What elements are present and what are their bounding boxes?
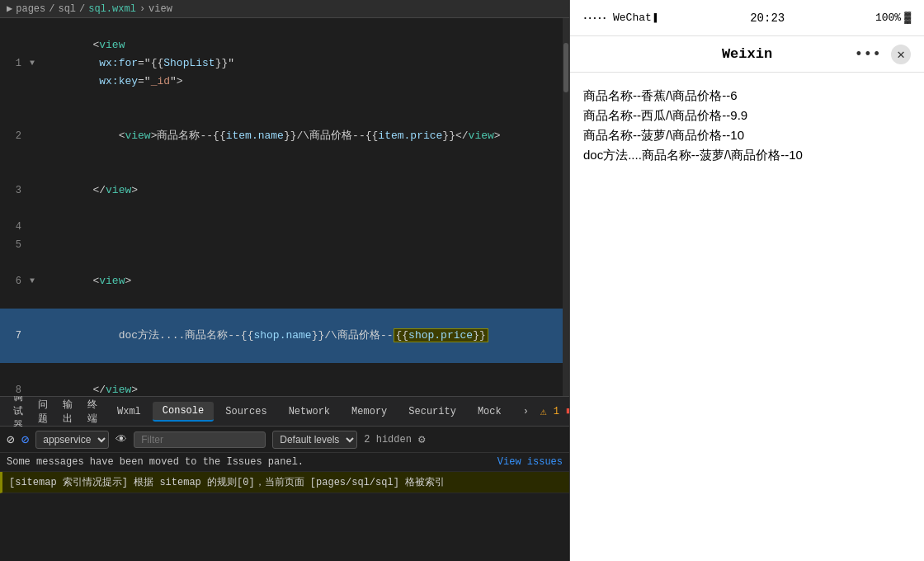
line-arrow-6[interactable]: ▼	[30, 272, 41, 290]
view-issues-link[interactable]: View issues	[497, 456, 563, 468]
terminal-tab[interactable]: 终端	[81, 398, 104, 426]
line-number-2: 2	[0, 127, 30, 145]
tab-memory[interactable]: Memory	[342, 403, 397, 421]
line-content-7: doc方法....商品名称--{{shop.name}}/\商品价格--{{sh…	[41, 309, 569, 363]
battery-percent: 100%	[875, 12, 901, 24]
phone-content: 商品名称--香蕉/\商品价格--6 商品名称--西瓜/\商品价格--9.9 商品…	[570, 73, 924, 561]
breadcrumb-pages: pages	[16, 3, 45, 15]
line-number-3: 3	[0, 182, 30, 200]
line-content-2: <view>商品名称--{{item.name}}/\商品价格--{{item.…	[41, 109, 569, 163]
console-output: Some messages have been moved to the Iss…	[0, 453, 569, 561]
code-line-4: 4	[0, 218, 569, 236]
status-bar-left: ••••• WeChat ▌	[583, 12, 659, 24]
issues-tab[interactable]: 问题	[31, 398, 54, 426]
gear-icon[interactable]: ⚙	[418, 432, 425, 446]
bottom-tabs-bar: 调试器 问题 输出 终端 Wxml Console Sources Networ…	[0, 397, 569, 427]
warning-icon: ⚠	[540, 405, 547, 418]
console-message-2: [sitemap 索引情况提示] 根据 sitemap 的规则[0]，当前页面 …	[0, 472, 569, 493]
bottom-panel: 调试器 问题 输出 终端 Wxml Console Sources Networ…	[0, 396, 569, 561]
console-toolbar: ⊘ ⊘ appservice 👁 Default levels 2 hidden…	[0, 427, 569, 453]
line-content-6: <view>	[41, 254, 569, 309]
carrier-name: WeChat	[613, 12, 652, 24]
block-icon[interactable]: ⊘	[21, 431, 30, 448]
eye-icon[interactable]: 👁	[116, 433, 127, 446]
nav-menu-icon[interactable]: •••	[855, 46, 881, 63]
code-line-8: 8 </view>	[0, 363, 569, 396]
tab-mock[interactable]: Mock	[468, 403, 512, 421]
service-select[interactable]: appservice	[35, 431, 109, 449]
tab-security[interactable]: Security	[398, 403, 466, 421]
line-number-5: 5	[0, 236, 30, 254]
phone-nav-bar: Weixin ••• ✕	[570, 36, 924, 73]
tab-sources[interactable]: Sources	[215, 403, 276, 421]
code-editor-panel: ▶ pages / sql / sql.wxml › view 1 ▼ <vie…	[0, 0, 569, 561]
line-arrow-1[interactable]: ▼	[30, 54, 41, 73]
nav-icons-right: ••• ✕	[855, 45, 911, 64]
code-line-1: 1 ▼ <view wx:for="{{ShopList}}" wx:key="…	[0, 18, 569, 109]
code-line-6: 6 ▼ <view>	[0, 254, 569, 309]
tab-network[interactable]: Network	[279, 403, 340, 421]
console-message-1: Some messages have been moved to the Iss…	[0, 453, 569, 472]
code-area[interactable]: 1 ▼ <view wx:for="{{ShopList}}" wx:key="…	[0, 18, 569, 396]
line-number-1: 1	[0, 54, 30, 73]
breadcrumb-file: sql.wxml	[88, 3, 136, 15]
default-levels-select[interactable]: Default levels	[272, 431, 357, 449]
tab-wxml[interactable]: Wxml	[107, 403, 151, 421]
breadcrumb-sep2: /	[79, 3, 85, 15]
console-message-text-2: [sitemap 索引情况提示] 根据 sitemap 的规则[0]，当前页面 …	[9, 475, 563, 489]
output-tab[interactable]: 输出	[56, 398, 79, 426]
phone-line-2: 商品名称--西瓜/\商品价格--9.9	[583, 106, 911, 125]
line-number-4: 4	[0, 218, 30, 236]
line-number-7: 7	[0, 327, 30, 345]
console-message-text-1: Some messages have been moved to the Iss…	[7, 456, 497, 468]
signal-icon: ▌	[654, 13, 660, 23]
phone-line-3: 商品名称--菠萝/\商品价格--10	[583, 125, 911, 145]
status-bar-time: 20:23	[750, 12, 785, 25]
filter-input[interactable]	[134, 431, 266, 448]
line-content-3: </view>	[41, 163, 569, 218]
hidden-badge: 2 hidden	[364, 434, 412, 446]
line-content-8: </view>	[41, 363, 569, 396]
breadcrumb-sep1: /	[49, 3, 54, 15]
breadcrumb-sql: sql	[58, 3, 76, 15]
breadcrumb: ▶ pages / sql / sql.wxml › view	[0, 0, 569, 18]
code-line-2: 2 <view>商品名称--{{item.name}}/\商品价格--{{ite…	[0, 109, 569, 163]
tab-console[interactable]: Console	[153, 402, 214, 422]
code-line-3: 3 </view>	[0, 163, 569, 218]
no-entry-icon[interactable]: ⊘	[7, 431, 15, 448]
line-number-6: 6	[0, 272, 30, 290]
breadcrumb-arrow: ▶	[7, 2, 12, 15]
phone-line-1: 商品名称--香蕉/\商品价格--6	[583, 86, 911, 106]
scrollbar-thumb[interactable]	[563, 43, 568, 92]
line-number-8: 8	[0, 381, 30, 396]
tab-more[interactable]: ›	[513, 403, 539, 421]
signal-dots: •••••	[583, 14, 607, 21]
nav-close-icon[interactable]: ✕	[891, 45, 911, 64]
breadcrumb-view: view	[148, 3, 172, 15]
status-bar-right: 100% ▓	[875, 12, 911, 24]
battery-icon: ▓	[904, 12, 911, 24]
phone-line-4: doc方法....商品名称--菠萝/\商品价格--10	[583, 145, 911, 165]
line-content-1: <view wx:for="{{ShopList}}" wx:key="_id"…	[41, 18, 569, 109]
code-line-7[interactable]: 7 doc方法....商品名称--{{shop.name}}/\商品价格--{{…	[0, 309, 569, 363]
warning-count: 1	[554, 406, 559, 417]
code-line-5: 5	[0, 236, 569, 254]
breadcrumb-sep3: ›	[139, 3, 145, 15]
vertical-scrollbar[interactable]	[563, 18, 569, 396]
phone-status-bar: ••••• WeChat ▌ 20:23 100% ▓	[570, 0, 924, 36]
nav-title: Weixin	[722, 46, 772, 62]
phone-preview-panel: ••••• WeChat ▌ 20:23 100% ▓ Weixin ••• ✕…	[569, 0, 924, 561]
